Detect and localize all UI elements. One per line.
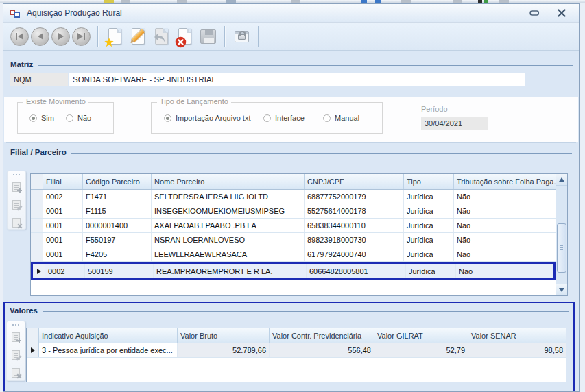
table-row-selected[interactable]: 3 - Pessoa jurídica por entidade exec...… [27,343,566,358]
edit-record-button[interactable] [126,25,150,48]
periodo-field[interactable]: 30/04/2021 [421,117,488,130]
row-selector[interactable] [31,190,43,204]
cell-nome: AXALPAOAB.LPAABO .PB LA [152,219,305,232]
toolbar-bit [453,0,462,3]
edit-row-button[interactable] [10,198,23,211]
table-row-selected[interactable]: 0002 500159 REA.MPRAOREMPRORT E R LA. 60… [31,262,556,280]
scrollbar-thumb[interactable] [557,223,566,273]
column-header-tipo[interactable]: Tipo [404,174,454,189]
column-header-bruto[interactable]: Valor Bruto [178,328,270,343]
last-record-button[interactable] [72,27,91,46]
periodo-label: Período [421,105,448,113]
table-row[interactable]: 0002 F1471 SELTDERSRA IERSA LIIG IOLTD 6… [31,190,556,204]
row-selector[interactable] [31,219,43,232]
cell-nome: INSEGEKIOOMUEKIOMEIUSMIPSEG [152,204,305,218]
save-icon [200,29,216,44]
main-toolbar [3,22,579,51]
delete-row-button[interactable] [10,216,23,229]
column-header-filial[interactable]: Filial [43,174,83,189]
cancel-record-button[interactable] [173,25,196,48]
toolbar-bit [361,0,367,3]
table-row[interactable]: 0001 F4205 LEEWLLRAAEWLRASACA 6179792400… [31,247,556,262]
radio-nao-icon [66,114,73,122]
radio-interface-label: Interface [275,114,305,122]
toolbar-bit [375,0,381,3]
edit-row-button[interactable] [9,348,23,361]
column-header-contr[interactable]: Valor Contr. Previdenciária [270,328,374,343]
cell-tributacao: Não [454,190,556,204]
row-selector[interactable] [31,204,43,218]
cell-filial: 0001 [43,204,83,218]
undo-button[interactable] [150,25,173,48]
cell-codigo: F1115 [83,204,152,218]
radio-nao[interactable]: Não [66,114,91,122]
column-header-codigo[interactable]: Código Parceiro [83,174,152,189]
cell-tipo: Jurídica [404,190,454,204]
column-header-indicativo[interactable]: Indicativo Aquisição [39,328,178,343]
previous-record-button[interactable] [31,27,49,46]
save-button[interactable] [196,25,219,48]
filial-grid-toolbar [7,171,26,230]
radio-interface[interactable]: Interface [263,114,305,122]
close-icon [557,9,566,17]
table-row[interactable]: 0001 F1115 INSEGEKIOOMUEKIOMEIUSMIPSEG 5… [31,204,556,219]
cell-nome: NSRAN LOERANLOVESO [152,233,305,247]
cell-tributacao: Não [454,204,556,218]
row-selector-active[interactable] [33,264,45,278]
radio-sim[interactable]: Sim [29,114,54,122]
cell-filial: 0001 [43,233,83,247]
toolbar-bit [484,0,488,3]
valores-grid-toolbar [6,321,25,381]
cell-tributacao: Não [454,233,556,247]
cell-cnpj: 61797924000740 [305,247,404,261]
toolbar-bit [226,0,236,3]
radio-nao-label: Não [77,114,91,122]
current-row-arrow-icon [37,269,41,274]
table-row[interactable]: 0001 0000001400 AXALPAOAB.LPAABO .PB LA … [31,219,556,233]
first-record-button[interactable] [10,27,29,46]
valores-grid-header: Indicativo Aquisição Valor Bruto Valor C… [27,328,566,343]
toolbar-bit [177,0,187,3]
row-selector[interactable] [31,247,43,261]
radio-manual[interactable]: Manual [323,114,359,122]
cell-nome: SELTDERSRA IERSA LIIG IOLTD [152,190,305,204]
minimize-button[interactable] [528,8,540,19]
security-button[interactable] [230,25,253,48]
delete-row-button[interactable] [9,366,23,379]
add-row-button[interactable] [9,330,23,343]
minimize-icon [529,10,540,16]
scroll-up-button[interactable] [556,174,567,186]
valores-grid: Indicativo Aquisição Valor Bruto Valor C… [26,328,566,382]
add-row-button[interactable] [10,180,23,193]
toolbar-bit [499,0,509,3]
cell-codigo: F1471 [83,190,152,204]
cell-tributacao: Não [454,247,556,261]
row-selector-active[interactable] [27,343,39,357]
tipo-lancamento-label: Tipo de Lançamento [157,97,231,106]
row-selector[interactable] [31,233,43,247]
close-button[interactable] [556,8,568,19]
vertical-scrollbar[interactable] [556,174,567,295]
next-record-icon [58,33,64,40]
column-header-nome[interactable]: Nome Parceiro [152,174,305,189]
column-header-gilrat[interactable]: Valor GILRAT [374,328,468,343]
valores-section: Valores Indicativo Aquisição Valor Bruto… [3,302,575,392]
cell-tipo: Jurídica [406,264,456,278]
table-row[interactable]: 0001 F550197 NSRAN LOERANLOVESO 89823918… [31,233,556,247]
titlebar[interactable]: Aquisição Produção Rural [3,4,579,22]
cell-valor-bruto: 52.789,66 [178,343,270,357]
cell-filial: 0001 [43,247,83,261]
next-record-button[interactable] [51,27,70,46]
column-header-senar[interactable]: Valor SENAR [468,328,566,343]
cell-cnpj: 65838344000110 [305,219,404,232]
column-header-tributacao[interactable]: Tributação sobre Folha Paga... [454,174,556,189]
column-header-cnpj[interactable]: CNPJ/CPF [305,174,404,189]
cell-tributacao: Não [454,219,556,232]
matriz-code-field[interactable]: NQM [10,73,68,86]
scroll-down-button[interactable] [556,284,567,295]
radio-importacao[interactable]: Importação Arquivo txt [164,114,250,122]
toolbar-bit [104,0,114,3]
row-selector-header [27,328,39,343]
new-record-button[interactable] [103,25,126,48]
cell-tipo: Jurídica [404,219,454,232]
